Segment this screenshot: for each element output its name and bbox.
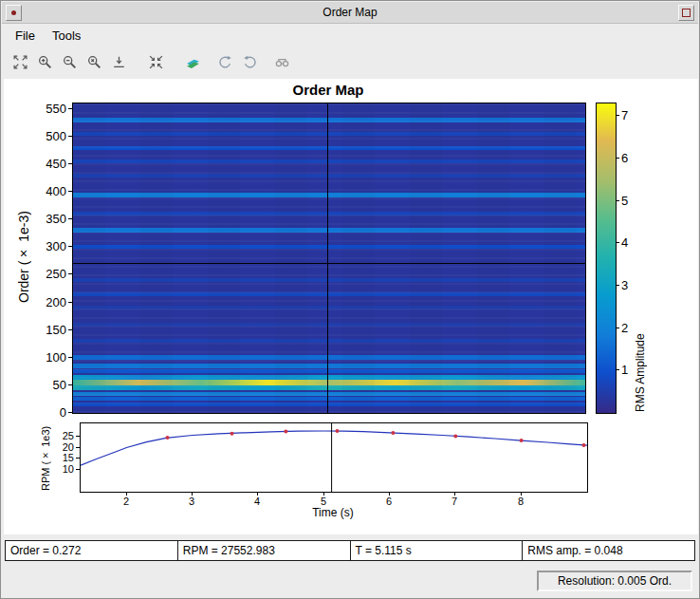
autoscale-y-button[interactable]: [107, 50, 131, 74]
titlebar[interactable]: Order Map: [2, 2, 698, 24]
rpm-curve: [81, 431, 587, 465]
fit-to-window-button[interactable]: [9, 50, 32, 74]
rpm-curve-svg: [81, 423, 587, 492]
rpm-marker: [582, 443, 586, 447]
toolbar: [9, 48, 295, 75]
heatmap-band: [73, 245, 585, 249]
tick-mark: [192, 493, 193, 496]
heatmap-band: [73, 385, 585, 390]
heatmap-band: [73, 380, 585, 385]
heatmap-band: [73, 339, 585, 343]
surface-plot-button[interactable]: [181, 50, 205, 74]
heatmap-band: [73, 212, 585, 215]
zoom-reset-button[interactable]: [83, 50, 106, 74]
time-cursor-line[interactable]: [327, 103, 328, 413]
zoom-in-icon: [37, 54, 53, 70]
rpm-profile-plot[interactable]: [80, 422, 588, 493]
main-ytick-label: 250: [34, 267, 66, 281]
main-ylabel: Order (× 1e-3): [16, 103, 31, 412]
tick-mark: [68, 384, 72, 385]
heatmap-band: [73, 132, 585, 136]
tick-mark: [68, 273, 72, 274]
resolution-indicator: Resolution: 0.005 Ord.: [537, 571, 692, 591]
rpm-marker: [336, 429, 340, 433]
rotate-cw-icon: [242, 54, 258, 70]
resize-button[interactable]: [678, 5, 694, 21]
tick-mark: [68, 108, 72, 109]
rotate-cw-button[interactable]: [238, 50, 262, 74]
iconify-button[interactable]: [6, 5, 22, 21]
binoculars-button[interactable]: [270, 50, 294, 74]
binoculars-icon: [274, 54, 290, 70]
tick-mark: [617, 328, 619, 328]
tick-mark: [68, 191, 72, 192]
menu-file[interactable]: File: [7, 26, 44, 46]
subplot-ytick-label: 25: [51, 430, 74, 441]
heatmap-band: [73, 369, 585, 373]
tick-mark: [76, 447, 80, 448]
tick-mark: [76, 458, 80, 459]
tick-mark: [68, 329, 72, 330]
status-time-field: T = 5.115 s: [350, 540, 524, 561]
colorbar-tick-label: 2: [621, 321, 635, 335]
subplot-xtick-label: 7: [445, 496, 464, 507]
zoom-out-button[interactable]: [58, 50, 82, 74]
zoom-in-button[interactable]: [33, 50, 57, 74]
subplot-xtick-label: 2: [117, 496, 136, 507]
heatmap-band: [73, 323, 585, 327]
tick-mark: [617, 200, 619, 201]
main-ytick-label: 150: [34, 323, 66, 337]
order-cursor-line[interactable]: [73, 263, 585, 264]
colorbar-tick-label: 5: [621, 194, 635, 208]
status-row: Order = 0.272 RPM = 27552.983 T = 5.115 …: [5, 540, 695, 561]
status-rpm-field: RPM = 27552.983: [177, 540, 351, 561]
main-ytick-label: 450: [34, 157, 66, 171]
tick-mark: [68, 163, 72, 164]
figure-area: Order Map Order (× 1e-3) RMS Amplitude R…: [4, 79, 698, 534]
main-ytick-label: 50: [34, 378, 66, 392]
status-rms-field: RMS amp. = 0.048: [522, 540, 695, 561]
tick-mark: [68, 218, 72, 219]
rotate-ccw-button[interactable]: [213, 50, 237, 74]
subplot-xtick-label: 5: [314, 496, 333, 507]
colorbar-tick-label: 3: [621, 278, 635, 292]
heatmap-band: [73, 364, 585, 368]
autoscale-y-icon: [111, 54, 127, 70]
heatmap-band: [73, 278, 585, 282]
heatmap-band: [73, 146, 585, 150]
tick-mark: [68, 246, 72, 247]
tick-mark: [126, 493, 127, 496]
rpm-marker: [230, 432, 234, 436]
shrink-view-button[interactable]: [144, 50, 168, 74]
heatmap-band: [73, 118, 585, 122]
tick-mark: [76, 469, 80, 470]
heatmap-band: [73, 397, 585, 401]
rpm-marker: [166, 436, 170, 440]
subplot-xtick-label: 4: [248, 496, 267, 507]
status-order-field: Order = 0.272: [5, 540, 178, 561]
rpm-marker: [520, 439, 524, 442]
menubar: File Tools: [7, 24, 89, 47]
resize-icon: [682, 9, 691, 17]
main-ytick-label: 400: [34, 184, 66, 198]
heatmap-band: [73, 306, 585, 309]
rotate-ccw-icon: [217, 54, 233, 70]
iconify-icon: [11, 10, 16, 15]
main-ytick-label: 550: [34, 102, 66, 116]
subplot-ytick-label: 10: [51, 463, 74, 475]
tick-mark: [617, 285, 619, 286]
tick-mark: [257, 493, 258, 496]
menu-tools[interactable]: Tools: [44, 26, 89, 46]
main-ytick-label: 0: [34, 405, 66, 420]
main-ytick-label: 350: [34, 212, 66, 226]
colorbar: [596, 103, 617, 414]
subplot-ytick-label: 20: [51, 441, 74, 453]
tick-mark: [521, 493, 522, 496]
heatmap-band: [73, 228, 585, 233]
heatmap-band: [73, 402, 585, 406]
heatmap-band: [73, 159, 585, 163]
fit-to-window-icon: [12, 54, 28, 70]
tick-mark: [323, 493, 324, 496]
tick-mark: [68, 412, 72, 413]
order-map-heatmap[interactable]: [72, 103, 586, 414]
